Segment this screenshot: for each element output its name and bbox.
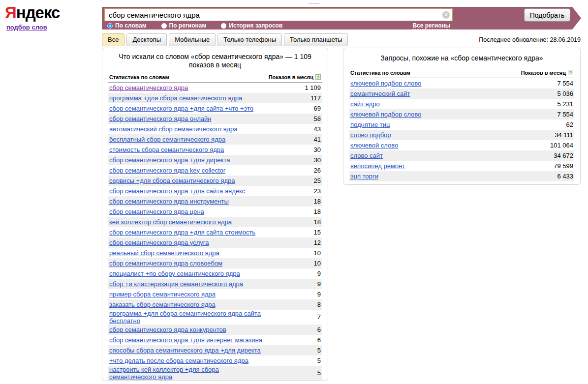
keyword-link[interactable]: сбор семантического ядра инструменты [109, 198, 229, 205]
clear-icon[interactable]: ✕ [442, 11, 450, 19]
keyword-link[interactable]: сбор семантического ядра онлайн [109, 115, 212, 122]
keyword-link[interactable]: настроить кей коллектор +для сбора семан… [109, 366, 219, 381]
shows-value: 43 [268, 124, 322, 134]
shows-value: 1 109 [268, 83, 322, 93]
table-row: сбор семантического ядра +для интернет м… [108, 335, 322, 345]
table-row: стоимость сбора семантического ядра30 [108, 145, 322, 155]
keyword-link[interactable]: сбор семантического ядра +для сайта стои… [109, 229, 255, 236]
shows-value: 6 433 [520, 171, 574, 181]
help-icon[interactable]: ? [315, 74, 321, 80]
logo-first-letter: Я [5, 3, 16, 22]
keyword-link[interactable]: программа +для сбора семантического ядра… [109, 310, 261, 325]
keyword-link[interactable]: сбор семантического ядра +для сайта янде… [109, 187, 245, 195]
shows-value: 6 [268, 335, 322, 345]
keyword-link[interactable]: сбор семантического ядра конкурентов [109, 326, 226, 333]
keyword-link[interactable]: ключевой слово [350, 142, 398, 149]
mode-by-words[interactable]: По словам [107, 22, 147, 29]
device-tabs: Все Десктопы Мобильные Только телефоны Т… [102, 33, 348, 46]
shows-value: 34 111 [520, 130, 574, 140]
table-row: программа +для сбора семантического ядра… [108, 93, 322, 103]
similar-panel-title: Запросы, похожие на «сбор семантического… [343, 48, 580, 68]
wordstat-service-link[interactable]: подбор слов [6, 24, 47, 31]
shows-value: 10 [268, 258, 322, 268]
keyword-link[interactable]: сбор +и кластеризация семантического ядр… [109, 280, 243, 288]
keyword-link[interactable]: сбор семантического ядра +для директа [109, 156, 230, 164]
table-row: слово сайт34 672 [349, 150, 574, 161]
keyword-link[interactable]: сбор семантического ядра [109, 84, 188, 91]
keyword-link[interactable]: заказать сбор семантического ядра [109, 301, 216, 308]
table-row: этапы сбора семантического ядра5 [108, 381, 322, 382]
keyword-link[interactable]: слово подбор [350, 131, 391, 139]
keyword-link[interactable]: сбор семантического ядра +для интернет м… [109, 336, 262, 344]
keyword-link[interactable]: эцп торги [350, 173, 378, 180]
keyword-link[interactable]: сбор семантического ядра услуга [109, 239, 209, 246]
shows-value: 5 231 [520, 99, 574, 109]
shows-value: 5 [268, 381, 322, 382]
table-row: сбор семантического ядра инструменты18 [108, 196, 322, 207]
shows-value: 9 [268, 279, 322, 289]
keyword-link[interactable]: бесплатный сбор семантического ядра [109, 136, 225, 143]
shows-value: 30 [268, 155, 322, 165]
submit-button[interactable]: Подобрать [524, 8, 570, 22]
mode-by-regions[interactable]: По регионам [161, 22, 207, 29]
all-regions-link[interactable]: Все регионы [412, 23, 450, 30]
mode-label: История запросов [229, 22, 282, 29]
header-divider [0, 47, 588, 47]
keyword-link[interactable]: ключевой подбор слово [350, 111, 421, 118]
keyword-link[interactable]: слово сайт [350, 152, 383, 159]
keyword-link[interactable]: сбор семантического ядра цена [109, 208, 204, 215]
keyword-link[interactable]: +что делать после сбора семантического я… [109, 357, 248, 364]
search-input[interactable] [104, 8, 453, 21]
tab-all[interactable]: Все [102, 33, 124, 46]
searchbar-arrow-decoration [572, 7, 581, 30]
keyword-link[interactable]: сбор семантического ядра словоебом [109, 260, 222, 267]
shows-value: 26 [268, 165, 322, 176]
keyword-link[interactable]: поднятие тиц [350, 121, 390, 128]
tab-tablets-only[interactable]: Только планшеты [284, 33, 348, 46]
table-row: сбор семантического ядра конкурентов6 [108, 325, 322, 335]
table-row: семантический сайт5 036 [349, 89, 574, 99]
keyword-link[interactable]: стоимость сбора семантического ядра [109, 146, 224, 153]
mode-label: По регионам [169, 22, 207, 29]
keyword-link[interactable]: реальный сбор семантического ядра [109, 249, 219, 257]
column-shows: Показов в месяц? [268, 73, 322, 83]
keyword-link[interactable]: семантический сайт [350, 90, 410, 97]
tab-mobile[interactable]: Мобильные [169, 33, 216, 46]
mode-query-history[interactable]: История запросов [221, 22, 282, 29]
table-row: поднятие тиц62 [349, 119, 574, 130]
radio-icon[interactable] [221, 23, 226, 29]
keyword-link[interactable]: программа +для сбора семантического ядра [109, 94, 242, 102]
column-words: Статистика по словам [349, 68, 520, 78]
radio-icon[interactable] [161, 23, 167, 29]
shows-value: 9 [268, 289, 322, 299]
keyword-link[interactable]: пример сбора семантического ядра [109, 291, 216, 298]
keyword-link[interactable]: ключевой подбор слово [350, 80, 421, 87]
shows-value: 5 036 [520, 89, 574, 99]
keyword-link[interactable]: автоматический сбор семантического ядра [109, 125, 238, 133]
radio-selected-icon[interactable] [107, 23, 113, 29]
logo-rest: ндекс [16, 3, 60, 22]
search-bar: ✕ Подобрать По словам По регионам Истори… [102, 7, 572, 30]
keyword-link[interactable]: специалист +по сбору семантического ядра [109, 270, 240, 277]
keyword-link[interactable]: способы сбора семантического ядра +для д… [109, 347, 261, 354]
column-words: Статистика по словам [108, 73, 268, 83]
keyword-link[interactable]: сервисы +для сбора семантического ядра [109, 177, 235, 184]
table-row: сбор семантического ядра1 109 [108, 83, 322, 93]
table-row: кей коллектор сбор семантического ядра18 [108, 217, 322, 227]
tab-desktops[interactable]: Десктопы [126, 33, 167, 46]
keyword-link[interactable]: сбор семантического ядра key collector [109, 167, 225, 174]
table-row: сбор семантического ядра онлайн58 [108, 114, 322, 124]
table-row: реальный сбор семантического ядра10 [108, 248, 322, 258]
top-hidden-link[interactable] [309, 0, 319, 3]
shows-value: 12 [268, 237, 322, 248]
tab-phones-only[interactable]: Только телефоны [217, 33, 282, 46]
shows-value: 6 [268, 325, 322, 335]
keyword-link[interactable]: сбор семантического ядра +для сайта +что… [109, 105, 253, 112]
keyword-link[interactable]: велосипед ремонт [350, 162, 405, 170]
help-icon[interactable]: ? [568, 70, 573, 75]
keyword-link[interactable]: сайт ядро [350, 100, 380, 108]
column-shows: Показов в месяц? [520, 68, 574, 78]
similar-queries-panel: Запросы, похожие на «сбор семантического… [343, 48, 581, 185]
keyword-link[interactable]: кей коллектор сбор семантического ядра [109, 218, 232, 226]
yandex-logo[interactable]: Яндекс [5, 4, 60, 22]
